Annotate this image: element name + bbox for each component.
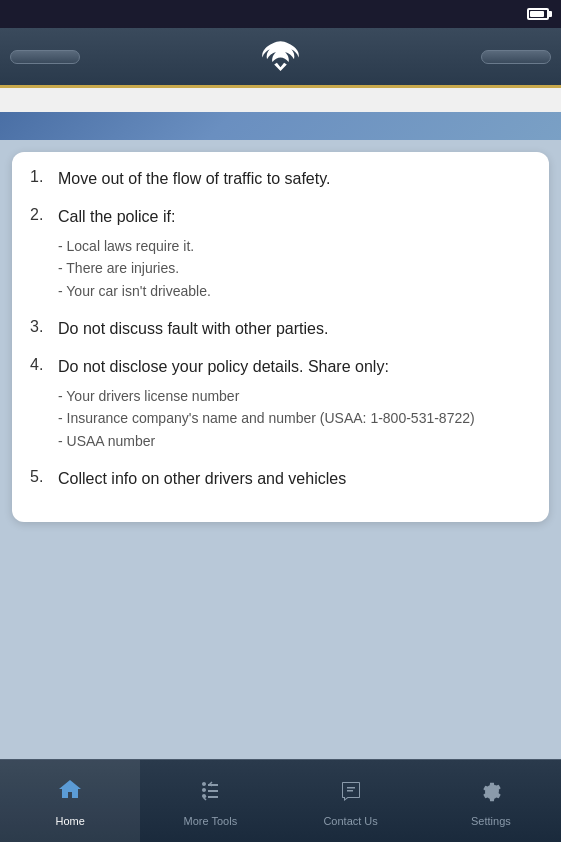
sub-item: - Your car isn't driveable.	[58, 280, 211, 302]
sub-item: - Your drivers license number	[58, 385, 475, 407]
sub-item: - USAA number	[58, 430, 475, 452]
battery-indicator	[527, 8, 549, 20]
tab-more-tools[interactable]: More Tools	[140, 760, 280, 842]
checklist-card: 1.Move out of the flow of traffic to saf…	[12, 152, 549, 522]
sub-item: - Local laws require it.	[58, 235, 211, 257]
checklist-item: 3.Do not discuss fault with other partie…	[30, 318, 531, 340]
battery-icon	[527, 8, 549, 20]
back-button[interactable]	[10, 50, 80, 64]
page-title-bar	[0, 88, 561, 112]
item-text: Call the police if:- Local laws require …	[58, 206, 211, 302]
home-icon	[56, 776, 84, 811]
tab-contact-us[interactable]: Contact Us	[281, 760, 421, 842]
contact-us-label: Contact Us	[323, 815, 377, 827]
checklist-item: 4.Do not disclose your policy details. S…	[30, 356, 531, 452]
tab-settings[interactable]: Settings	[421, 760, 561, 842]
settings-icon	[477, 776, 505, 811]
item-number: 5.	[30, 468, 50, 486]
checklist-item: 2.Call the police if:- Local laws requir…	[30, 206, 531, 302]
item-number: 2.	[30, 206, 50, 224]
sub-item: - There are injuries.	[58, 257, 211, 279]
checklist-item: 1.Move out of the flow of traffic to saf…	[30, 168, 531, 190]
checklist-item: 5.Collect info on other drivers and vehi…	[30, 468, 531, 490]
contact-us-icon	[337, 776, 365, 811]
more-tools-icon	[196, 776, 224, 811]
home-label: Home	[55, 815, 84, 827]
item-text: Collect info on other drivers and vehicl…	[58, 468, 346, 490]
item-number: 3.	[30, 318, 50, 336]
nav-bar	[0, 28, 561, 88]
usaa-eagle-icon	[258, 39, 303, 74]
item-text: Do not discuss fault with other parties.	[58, 318, 328, 340]
tab-home[interactable]: Home	[0, 760, 140, 842]
more-tools-label: More Tools	[184, 815, 238, 827]
item-number: 4.	[30, 356, 50, 374]
usaa-logo	[258, 39, 303, 74]
status-bar	[0, 0, 561, 28]
sub-item: - Insurance company's name and number (U…	[58, 407, 475, 429]
item-text: Move out of the flow of traffic to safet…	[58, 168, 330, 190]
item-number: 1.	[30, 168, 50, 186]
section-header	[0, 112, 561, 140]
settings-label: Settings	[471, 815, 511, 827]
content-area: 1.Move out of the flow of traffic to saf…	[0, 140, 561, 759]
tab-bar: HomeMore ToolsContact UsSettings	[0, 759, 561, 842]
item-text: Do not disclose your policy details. Sha…	[58, 356, 475, 452]
sub-items: - Your drivers license number- Insurance…	[58, 385, 475, 452]
log-off-button[interactable]	[481, 50, 551, 64]
sub-items: - Local laws require it.- There are inju…	[58, 235, 211, 302]
